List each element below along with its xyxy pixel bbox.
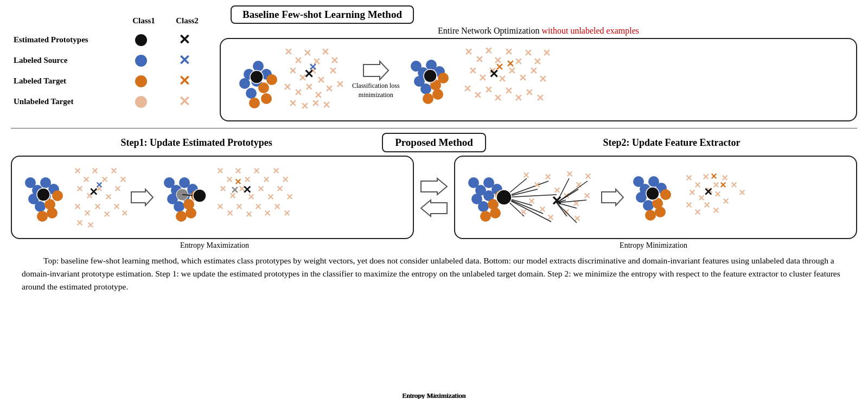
svg-text:✕: ✕ (94, 202, 101, 211)
svg-text:✕: ✕ (685, 201, 692, 210)
svg-point-204 (633, 176, 644, 187)
legend-text-estimated: Estimated Prototypes (14, 35, 119, 44)
svg-point-206 (660, 189, 671, 200)
svg-point-7 (266, 74, 277, 85)
svg-text:✕: ✕ (730, 181, 737, 190)
svg-point-85 (47, 208, 58, 218)
dot-orange-icon (135, 75, 147, 87)
svg-point-8 (249, 98, 260, 108)
svg-text:✕: ✕ (722, 197, 729, 206)
step1-before: ✕ ✕ ✕ ✕ ✕ ✕ ✕ ✕ ✕ ✕ ✕ ✕ ✕ ✕ ✕ (18, 162, 127, 233)
baseline-before-svg: ✕ ✕ ✕ ✕ ✕ ✕ ✕ ✕ ✕ ✕ ✕ ✕ ✕ (228, 44, 348, 115)
svg-point-45 (432, 89, 443, 100)
svg-point-40 (420, 83, 431, 94)
svg-text:✕: ✕ (231, 185, 239, 196)
svg-text:✕: ✕ (329, 66, 337, 76)
svg-text:✕: ✕ (283, 209, 290, 218)
step1-arrow (130, 188, 154, 207)
svg-text:✕: ✕ (244, 175, 251, 184)
svg-text:✕: ✕ (216, 166, 224, 176)
proposed-header-row: Step1: Update Estimated Prototypes Propo… (11, 133, 857, 152)
svg-point-9 (261, 93, 272, 104)
svg-text:✕: ✕ (330, 55, 339, 66)
svg-text:✕: ✕ (76, 184, 83, 194)
legend-sym1-estimated (119, 34, 163, 46)
legend-text-unlabeled-target: Unlabeled Target (14, 97, 119, 106)
svg-text:✕: ✕ (219, 184, 226, 194)
svg-point-208 (655, 207, 666, 217)
svg-text:✕: ✕ (301, 101, 309, 112)
svg-text:✕: ✕ (533, 181, 540, 190)
svg-text:✕: ✕ (547, 213, 554, 222)
dot-peach-icon (135, 96, 147, 108)
step1-arrow-svg (130, 188, 154, 207)
svg-text:✕: ✕ (484, 85, 492, 95)
step2-caption: Entropy Minimization (403, 391, 465, 399)
svg-text:✕: ✕ (688, 188, 695, 197)
svg-text:✕: ✕ (566, 170, 573, 179)
legend-row-labeled-target: Labeled Target ✕ (14, 72, 209, 91)
svg-point-41 (411, 61, 422, 72)
legend-row-estimated: Estimated Prototypes ✕ (14, 31, 209, 49)
svg-point-86 (37, 188, 50, 201)
baseline-subtitle-normal: Entire Network Optimization (438, 26, 542, 35)
svg-text:✕: ✕ (322, 100, 330, 111)
legend: Class1 Class2 Estimated Prototypes ✕ Lab… (11, 5, 214, 121)
svg-text:✕: ✕ (529, 66, 537, 76)
svg-point-207 (645, 210, 656, 221)
svg-text:✕: ✕ (489, 67, 499, 81)
svg-point-119 (186, 208, 196, 218)
svg-text:✕: ✕ (283, 82, 291, 93)
legend-sym1-labeled-target (119, 75, 163, 87)
svg-text:✕: ✕ (74, 202, 81, 211)
svg-text:✕: ✕ (714, 190, 721, 199)
svg-point-122 (193, 189, 206, 202)
svg-text:✕: ✕ (325, 83, 333, 94)
legend-text-labeled-target: Labeled Target (14, 76, 119, 86)
bottom-section: Step1: Update Estimated Prototypes Propo… (11, 133, 857, 293)
baseline-subtitle-red: without unlabeled examples (542, 26, 640, 35)
step2-caption-text: Entropy Minimization (450, 241, 857, 250)
svg-text:✕: ✕ (525, 87, 533, 98)
x-blue-icon: ✕ (178, 54, 190, 68)
dot-black-icon (135, 34, 147, 46)
proposed-diagrams-row: ✕ ✕ ✕ ✕ ✕ ✕ ✕ ✕ ✕ ✕ ✕ ✕ ✕ ✕ ✕ (11, 156, 857, 239)
class2-label: Class2 (165, 16, 209, 25)
svg-text:✕: ✕ (235, 202, 242, 211)
svg-text:✕: ✕ (497, 74, 506, 85)
step-captions-row: Entropy Maximization Entropy Minimizatio… (11, 241, 857, 250)
svg-text:✕: ✕ (272, 166, 279, 176)
svg-text:✕: ✕ (264, 209, 271, 218)
svg-text:✕: ✕ (311, 98, 320, 109)
svg-text:✕: ✕ (234, 166, 241, 176)
step2-after-svg: ✕ ✕ ✕ ✕ ✕ ✕ ✕ ✕ ✕ ✕ ✕ ✕ ✕ ✕ ✕ (628, 162, 752, 233)
legend-row-unlabeled-target: Unlabeled Target ✕ (14, 93, 209, 111)
step1-before-svg: ✕ ✕ ✕ ✕ ✕ ✕ ✕ ✕ ✕ ✕ ✕ ✕ ✕ ✕ ✕ (18, 162, 127, 233)
svg-text:✕: ✕ (289, 98, 297, 109)
svg-text:✕: ✕ (76, 218, 83, 228)
inter-arrow-left-svg (420, 199, 448, 217)
svg-point-118 (176, 211, 187, 222)
svg-text:✕: ✕ (303, 48, 311, 59)
svg-text:✕: ✕ (575, 181, 582, 190)
baseline-before-scatter: ✕ ✕ ✕ ✕ ✕ ✕ ✕ ✕ ✕ ✕ ✕ ✕ ✕ (228, 44, 348, 115)
svg-text:✕: ✕ (464, 47, 472, 57)
svg-text:✕: ✕ (89, 186, 98, 198)
baseline-subtitle: Entire Network Optimization without unla… (220, 25, 857, 37)
svg-point-84 (37, 211, 48, 222)
svg-text:✕: ✕ (535, 93, 544, 104)
svg-text:✕: ✕ (317, 75, 325, 86)
inter-step-arrows (418, 156, 450, 239)
legend-sym2-unlabeled-target: ✕ (163, 95, 206, 109)
svg-text:✕: ✕ (514, 93, 522, 104)
svg-point-162 (490, 208, 501, 218)
svg-text:✕: ✕ (245, 210, 252, 219)
svg-text:✕: ✕ (286, 192, 293, 202)
svg-text:✕: ✕ (712, 181, 719, 190)
baseline-section: Baseline Few-shot Learning Method Entire… (220, 5, 857, 121)
svg-text:✕: ✕ (284, 47, 292, 57)
description-text: Top: baseline few-shot learning method, … (11, 252, 857, 293)
svg-text:✕: ✕ (719, 181, 726, 190)
svg-marker-34 (363, 61, 388, 80)
svg-text:✕: ✕ (110, 166, 117, 176)
